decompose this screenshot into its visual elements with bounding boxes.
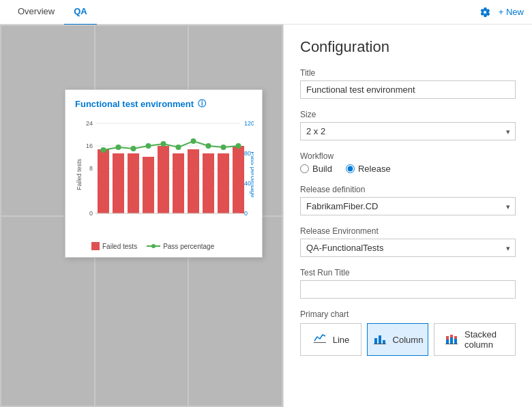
legend-pass: Pass percentage bbox=[147, 242, 214, 250]
test-run-group: Test Run Title bbox=[300, 268, 516, 299]
workflow-release-input[interactable] bbox=[346, 164, 355, 173]
svg-point-30 bbox=[161, 141, 166, 147]
workflow-radio-group: Build Release bbox=[300, 164, 516, 174]
svg-rect-46 bbox=[454, 336, 457, 339]
chart-options: Line Column bbox=[300, 323, 516, 356]
tab-bar: Overview QA bbox=[8, 0, 97, 25]
svg-rect-20 bbox=[173, 153, 184, 213]
svg-point-27 bbox=[116, 145, 121, 150]
size-select-wrapper: 1 x 1 1 x 2 2 x 1 2 x 2 3 x 2 ▾ bbox=[300, 122, 516, 140]
test-run-label: Test Run Title bbox=[300, 268, 516, 277]
app-header: Overview QA + New bbox=[0, 0, 532, 25]
svg-rect-45 bbox=[454, 339, 457, 344]
release-env-group: Release Environment QA-FunctionalTests ▾ bbox=[300, 226, 516, 257]
size-select[interactable]: 1 x 1 1 x 2 2 x 1 2 x 2 3 x 2 bbox=[300, 122, 516, 140]
chart-option-line-label: Line bbox=[333, 335, 350, 345]
workflow-release-radio[interactable]: Release bbox=[346, 164, 391, 174]
new-button[interactable]: + New bbox=[499, 7, 524, 17]
config-title: Configuration bbox=[300, 38, 516, 56]
svg-rect-37 bbox=[374, 338, 377, 344]
svg-rect-39 bbox=[383, 340, 385, 344]
release-def-group: Release definition FabrikamFiber.CD ▾ bbox=[300, 185, 516, 215]
svg-point-32 bbox=[191, 138, 196, 144]
line-chart-icon bbox=[312, 331, 327, 348]
widget-card: Functional test environment ⓘ 24 16 8 0 bbox=[65, 89, 263, 258]
legend-failed: Failed tests bbox=[91, 242, 137, 250]
workflow-build-radio[interactable]: Build bbox=[300, 164, 332, 174]
svg-rect-23 bbox=[218, 153, 229, 213]
tab-qa[interactable]: QA bbox=[64, 0, 97, 25]
svg-rect-47 bbox=[445, 344, 458, 344]
chart-option-stacked[interactable]: Stacked column bbox=[434, 323, 516, 356]
chart-option-column[interactable]: Column bbox=[367, 323, 428, 356]
svg-point-34 bbox=[221, 145, 226, 150]
header-actions: + New bbox=[479, 7, 524, 18]
main-layout: Functional test environment ⓘ 24 16 8 0 bbox=[0, 25, 532, 407]
title-input[interactable] bbox=[300, 80, 516, 99]
release-env-label: Release Environment bbox=[300, 226, 516, 236]
svg-rect-43 bbox=[450, 337, 453, 344]
chart-legend: Failed tests Pass percentage bbox=[75, 242, 252, 250]
tab-overview[interactable]: Overview bbox=[8, 0, 64, 25]
left-panel: Functional test environment ⓘ 24 16 8 0 bbox=[0, 25, 283, 407]
release-def-select[interactable]: FabrikamFiber.CD bbox=[300, 197, 516, 215]
info-icon[interactable]: ⓘ bbox=[198, 98, 206, 110]
workflow-label: Workflow bbox=[300, 151, 516, 161]
svg-rect-41 bbox=[446, 340, 449, 344]
svg-rect-17 bbox=[128, 153, 139, 213]
svg-rect-19 bbox=[158, 146, 169, 213]
release-def-label: Release definition bbox=[300, 185, 516, 194]
svg-text:Failed tests: Failed tests bbox=[76, 158, 83, 190]
settings-button[interactable] bbox=[479, 7, 490, 18]
svg-point-29 bbox=[146, 143, 151, 149]
release-def-select-wrapper: FabrikamFiber.CD ▾ bbox=[300, 197, 516, 215]
workflow-build-input[interactable] bbox=[300, 164, 309, 173]
svg-text:120: 120 bbox=[244, 120, 254, 127]
svg-text:16: 16 bbox=[86, 142, 93, 149]
svg-rect-38 bbox=[379, 335, 381, 344]
workflow-group: Workflow Build Release bbox=[300, 151, 516, 174]
svg-point-33 bbox=[206, 143, 211, 149]
svg-rect-21 bbox=[188, 149, 199, 213]
primary-chart-group: Primary chart Line bbox=[300, 310, 516, 356]
title-label: Title bbox=[300, 68, 516, 78]
title-group: Title bbox=[300, 68, 516, 99]
release-env-select-wrapper: QA-FunctionalTests ▾ bbox=[300, 239, 516, 257]
primary-chart-label: Primary chart bbox=[300, 310, 516, 319]
right-panel: Configuration Title Size 1 x 1 1 x 2 2 x… bbox=[283, 25, 532, 407]
test-run-input[interactable] bbox=[300, 280, 516, 299]
svg-rect-44 bbox=[450, 335, 453, 337]
svg-text:0: 0 bbox=[89, 210, 93, 217]
svg-text:8: 8 bbox=[89, 165, 93, 172]
size-group: Size 1 x 1 1 x 2 2 x 1 2 x 2 3 x 2 ▾ bbox=[300, 110, 516, 140]
chart-svg: 24 16 8 0 120 80 40 0 Failed tests Pass … bbox=[75, 117, 252, 238]
svg-point-35 bbox=[236, 143, 241, 149]
legend-pass-icon bbox=[147, 245, 160, 247]
svg-rect-36 bbox=[314, 342, 326, 343]
svg-rect-15 bbox=[98, 149, 109, 213]
widget-title: Functional test environment ⓘ bbox=[75, 98, 252, 110]
svg-rect-22 bbox=[203, 153, 214, 213]
svg-point-28 bbox=[131, 146, 136, 151]
svg-point-26 bbox=[101, 147, 106, 153]
svg-rect-18 bbox=[143, 157, 154, 213]
release-env-select[interactable]: QA-FunctionalTests bbox=[300, 239, 516, 257]
chart-option-stacked-label: Stacked column bbox=[464, 329, 505, 350]
svg-text:24: 24 bbox=[86, 120, 93, 127]
legend-failed-icon bbox=[91, 242, 100, 250]
svg-rect-42 bbox=[446, 336, 449, 340]
column-chart-icon bbox=[372, 331, 387, 348]
svg-rect-24 bbox=[233, 146, 244, 213]
size-label: Size bbox=[300, 110, 516, 119]
svg-text:0: 0 bbox=[244, 210, 248, 217]
svg-text:Pass percentage: Pass percentage bbox=[250, 151, 254, 198]
svg-rect-16 bbox=[113, 153, 124, 213]
chart-option-line[interactable]: Line bbox=[300, 323, 361, 356]
svg-rect-40 bbox=[374, 344, 386, 344]
svg-point-31 bbox=[176, 145, 181, 150]
chart-option-column-label: Column bbox=[393, 335, 424, 345]
stacked-chart-icon bbox=[444, 331, 459, 348]
